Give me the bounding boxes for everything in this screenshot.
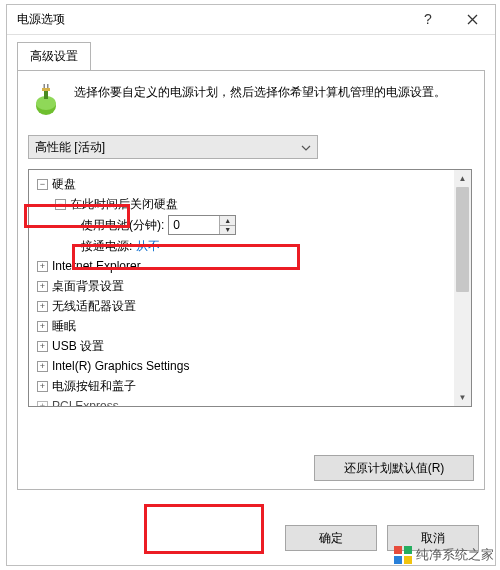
svg-rect-3: [44, 90, 48, 99]
tree-node-power-button[interactable]: + 电源按钮和盖子: [31, 376, 469, 396]
expand-icon[interactable]: +: [37, 301, 48, 312]
tree-label: 电源按钮和盖子: [52, 378, 136, 395]
tree-node-plugged[interactable]: 接通电源: 从不: [31, 236, 469, 256]
tree-label: 桌面背景设置: [52, 278, 124, 295]
dialog-button-row: 确定 取消: [285, 525, 479, 551]
tree-node-ie[interactable]: + Internet Explorer: [31, 256, 469, 276]
on-battery-label: 使用电池(分钟):: [81, 217, 164, 234]
svg-rect-5: [44, 84, 46, 88]
spin-down-icon[interactable]: ▼: [220, 226, 235, 235]
close-button[interactable]: [450, 5, 495, 35]
expand-icon[interactable]: +: [37, 281, 48, 292]
tree-label: PCI Express: [52, 399, 119, 407]
spin-up-icon[interactable]: ▲: [220, 216, 235, 226]
on-battery-spinbox[interactable]: ▲ ▼: [168, 215, 236, 235]
plugged-value[interactable]: 从不: [136, 238, 160, 255]
svg-text:?: ?: [424, 12, 432, 27]
power-plan-selected: 高性能 [活动]: [35, 139, 105, 156]
on-battery-input[interactable]: [169, 216, 219, 234]
tree-node-on-battery: 使用电池(分钟): ▲ ▼: [31, 214, 469, 236]
tree-label: USB 设置: [52, 338, 104, 355]
power-options-dialog: 电源选项 ? 高级设置 选择你要自定义的电源计划，然后选择你希望计算机管理的电: [6, 4, 496, 566]
expand-icon[interactable]: +: [37, 341, 48, 352]
scroll-thumb[interactable]: [456, 187, 469, 292]
titlebar: 电源选项 ?: [7, 5, 495, 35]
expand-icon[interactable]: +: [37, 381, 48, 392]
tabstrip: 高级设置: [7, 35, 495, 70]
tree-node-hdd-off[interactable]: − 在此时间后关闭硬盘: [31, 194, 469, 214]
settings-tree: − 硬盘 − 在此时间后关闭硬盘 使用电池(分钟): ▲ ▼: [28, 169, 472, 407]
svg-rect-4: [42, 88, 50, 91]
expand-icon[interactable]: +: [37, 401, 48, 408]
tree-node-wireless[interactable]: + 无线适配器设置: [31, 296, 469, 316]
tree-node-pci[interactable]: + PCI Express: [31, 396, 469, 407]
cancel-button[interactable]: 取消: [387, 525, 479, 551]
battery-icon: [28, 83, 64, 119]
collapse-icon[interactable]: −: [37, 179, 48, 190]
description-text: 选择你要自定义的电源计划，然后选择你希望计算机管理的电源设置。: [74, 83, 446, 102]
window-title: 电源选项: [17, 11, 405, 28]
tree-label: 在此时间后关闭硬盘: [70, 196, 178, 213]
restore-defaults-button[interactable]: 还原计划默认值(R): [314, 455, 474, 481]
help-button[interactable]: ?: [405, 5, 450, 35]
plugged-label: 接通电源:: [81, 238, 132, 255]
expand-icon[interactable]: +: [37, 261, 48, 272]
power-plan-combo[interactable]: 高性能 [活动]: [28, 135, 318, 159]
ok-button[interactable]: 确定: [285, 525, 377, 551]
tree-scrollbar[interactable]: ▲ ▼: [454, 170, 471, 406]
scroll-down-icon[interactable]: ▼: [454, 389, 471, 406]
tree-node-sleep[interactable]: + 睡眠: [31, 316, 469, 336]
chevron-down-icon: [301, 140, 311, 154]
svg-rect-6: [47, 84, 49, 88]
scroll-up-icon[interactable]: ▲: [454, 170, 471, 187]
tree-node-intel-gfx[interactable]: + Intel(R) Graphics Settings: [31, 356, 469, 376]
expand-icon[interactable]: +: [37, 321, 48, 332]
collapse-icon[interactable]: −: [55, 199, 66, 210]
tree-label: Internet Explorer: [52, 259, 141, 273]
tree-node-hdd[interactable]: − 硬盘: [31, 174, 469, 194]
tab-advanced[interactable]: 高级设置: [17, 42, 91, 71]
tree-label: 硬盘: [52, 176, 76, 193]
tab-panel: 选择你要自定义的电源计划，然后选择你希望计算机管理的电源设置。 高性能 [活动]…: [17, 70, 485, 490]
tree-label: 睡眠: [52, 318, 76, 335]
tree-label: Intel(R) Graphics Settings: [52, 359, 189, 373]
tree-node-desktop-bg[interactable]: + 桌面背景设置: [31, 276, 469, 296]
expand-icon[interactable]: +: [37, 361, 48, 372]
tree-node-usb[interactable]: + USB 设置: [31, 336, 469, 356]
tree-label: 无线适配器设置: [52, 298, 136, 315]
